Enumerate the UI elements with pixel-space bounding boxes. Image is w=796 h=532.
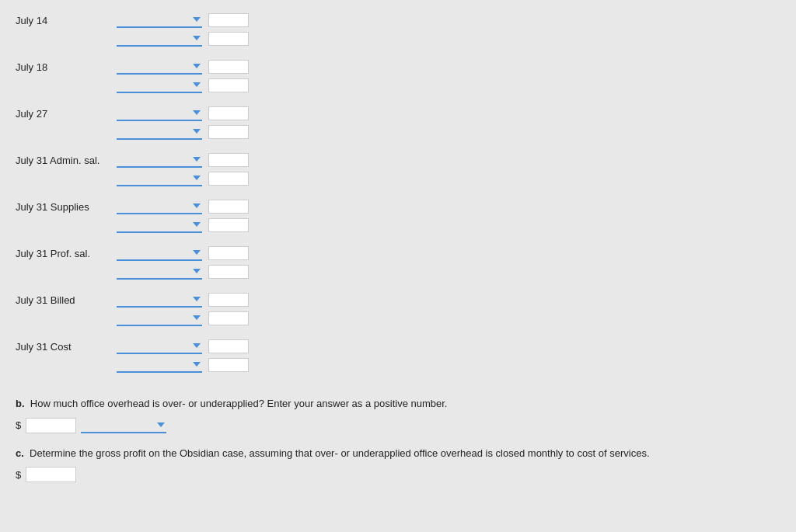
journal-block-row3: July 27 [16, 101, 780, 140]
answer-b-input[interactable] [26, 418, 76, 433]
amount-bot-row4[interactable] [208, 172, 249, 186]
answer-c-input[interactable] [26, 467, 76, 482]
dropdown-bot-row4[interactable] [117, 171, 202, 186]
journal-block-row8: July 31 Cost [16, 334, 780, 373]
dropdown-top-row1[interactable] [117, 12, 202, 28]
amount-bot-row1[interactable] [208, 32, 249, 46]
question-b-text: How much office overhead is over- or und… [30, 398, 448, 409]
journal-row-bottom-row7 [16, 311, 780, 326]
amount-top-row2[interactable] [208, 60, 249, 74]
select-bot-row3[interactable] [117, 124, 202, 138]
select-bot-row8[interactable] [117, 357, 202, 371]
amount-bot-row3[interactable] [208, 125, 249, 139]
dropdown-bot-row8[interactable] [117, 357, 202, 373]
date-label-row8: July 31 Cost [16, 341, 117, 353]
journal-row-bottom-row1 [16, 31, 780, 47]
dropdown-top-row8[interactable] [117, 339, 202, 354]
select-top-row2[interactable] [117, 59, 202, 73]
dropdown-bot-row1[interactable] [117, 31, 202, 47]
dropdown-bot-row5[interactable] [117, 217, 202, 233]
dollar-sign-b: $ [16, 419, 21, 431]
question-c-label: c. [16, 447, 24, 459]
date-label-row5: July 31 Supplies [16, 201, 117, 213]
date-label-row7: July 31 Billed [16, 294, 117, 306]
journal-row-bottom-row8 [16, 357, 780, 373]
journal-row-bottom-row5 [16, 217, 780, 233]
journal-block-row2: July 18 [16, 54, 780, 93]
journal-row-bottom-row4 [16, 171, 780, 186]
dropdown-top-row2[interactable] [117, 59, 202, 75]
date-label-row6: July 31 Prof. sal. [16, 248, 117, 259]
select-top-row3[interactable] [117, 106, 202, 120]
journal-block-row4: July 31 Admin. sal. [16, 148, 780, 186]
select-top-row4[interactable] [117, 152, 202, 166]
amount-top-row8[interactable] [208, 339, 249, 353]
amount-top-row3[interactable] [208, 106, 249, 120]
select-bot-row1[interactable] [117, 31, 202, 45]
amount-bot-row8[interactable] [208, 358, 249, 372]
select-bot-row7[interactable] [117, 311, 202, 325]
journal-row-top-row6: July 31 Prof. sal. [16, 245, 780, 261]
dropdown-top-row5[interactable] [117, 199, 202, 214]
dropdown-top-row3[interactable] [117, 106, 202, 121]
dropdown-top-row6[interactable] [117, 245, 202, 261]
journal-row-top-row1: July 14 [16, 12, 780, 28]
question-b-label: b. [16, 398, 25, 409]
date-label-row4: July 31 Admin. sal. [16, 155, 117, 166]
journal-row-top-row4: July 31 Admin. sal. [16, 152, 780, 168]
select-bot-row5[interactable] [117, 217, 202, 231]
select-top-row5[interactable] [117, 199, 202, 213]
journal-block-row1: July 14 [16, 8, 780, 47]
dropdown-bot-row7[interactable] [117, 311, 202, 326]
date-label-row1: July 14 [16, 15, 117, 26]
amount-top-row5[interactable] [208, 200, 249, 214]
select-bot-row4[interactable] [117, 171, 202, 185]
date-label-row3: July 27 [16, 108, 117, 120]
amount-top-row7[interactable] [208, 293, 249, 307]
journal-row-bottom-row3 [16, 124, 780, 140]
dropdown-top-row7[interactable] [117, 292, 202, 308]
amount-bot-row5[interactable] [208, 218, 249, 232]
dollar-sign-c: $ [16, 469, 21, 481]
select-top-row6[interactable] [117, 245, 202, 259]
amount-top-row1[interactable] [208, 13, 249, 27]
amount-bot-row7[interactable] [208, 311, 249, 325]
amount-bot-row2[interactable] [208, 78, 249, 92]
select-top-row7[interactable] [117, 292, 202, 306]
question-c-text: Determine the gross profit on the Obsidi… [30, 447, 650, 459]
answer-b-dropdown[interactable]: Overapplied Underapplied [81, 418, 166, 433]
dropdown-bot-row3[interactable] [117, 124, 202, 140]
dropdown-bot-row6[interactable] [117, 264, 202, 280]
journal-row-bottom-row2 [16, 78, 780, 93]
select-bot-row6[interactable] [117, 264, 202, 278]
dropdown-bot-row2[interactable] [117, 78, 202, 93]
select-top-row8[interactable] [117, 339, 202, 353]
answer-b-select[interactable]: Overapplied Underapplied [81, 418, 166, 432]
journal-row-top-row5: July 31 Supplies [16, 199, 780, 214]
journal-row-top-row3: July 27 [16, 106, 780, 121]
journal-row-bottom-row6 [16, 264, 780, 280]
journal-block-row7: July 31 Billed [16, 287, 780, 326]
amount-top-row4[interactable] [208, 153, 249, 167]
amount-top-row6[interactable] [208, 246, 249, 260]
journal-block-row5: July 31 Supplies [16, 194, 780, 233]
select-bot-row2[interactable] [117, 78, 202, 92]
dropdown-top-row4[interactable] [117, 152, 202, 168]
date-label-row2: July 18 [16, 61, 117, 73]
select-top-row1[interactable] [117, 12, 202, 26]
journal-row-top-row2: July 18 [16, 59, 780, 75]
journal-block-row6: July 31 Prof. sal. [16, 241, 780, 280]
amount-bot-row6[interactable] [208, 265, 249, 279]
journal-row-top-row7: July 31 Billed [16, 292, 780, 308]
journal-row-top-row8: July 31 Cost [16, 339, 780, 354]
